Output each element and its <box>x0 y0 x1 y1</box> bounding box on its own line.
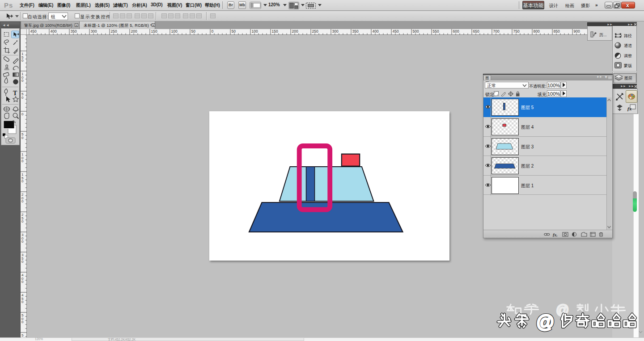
svg-text:0: 0 <box>21 179 24 183</box>
svg-text:@: @ <box>536 312 555 332</box>
svg-text:0: 0 <box>21 112 24 116</box>
svg-text:200: 200 <box>292 29 298 34</box>
svg-text:800: 800 <box>534 29 540 34</box>
svg-text:150: 150 <box>151 29 157 34</box>
svg-text:0: 0 <box>21 280 24 284</box>
svg-text:500: 500 <box>413 29 419 34</box>
svg-text:300: 300 <box>332 29 339 34</box>
svg-text:0: 0 <box>21 159 24 163</box>
svg-text:100: 100 <box>252 29 258 34</box>
svg-text:650: 650 <box>473 29 479 34</box>
svg-text:150: 150 <box>272 29 278 34</box>
svg-text:850: 850 <box>554 29 560 34</box>
svg-text:750: 750 <box>513 29 520 34</box>
svg-text:450: 450 <box>30 29 37 34</box>
svg-text:700: 700 <box>493 29 500 34</box>
svg-text:0: 0 <box>21 59 24 63</box>
svg-text:fx: fx <box>627 106 632 111</box>
svg-text:0: 0 <box>21 260 24 264</box>
svg-text:50: 50 <box>232 29 236 34</box>
svg-text:0: 0 <box>21 219 24 223</box>
svg-text:450: 450 <box>393 29 399 34</box>
svg-text:250: 250 <box>312 29 318 34</box>
svg-text:350: 350 <box>71 29 77 34</box>
svg-text:250: 250 <box>111 29 117 34</box>
svg-text:600: 600 <box>453 29 459 34</box>
svg-text:0: 0 <box>21 300 24 304</box>
svg-text:0: 0 <box>212 29 214 34</box>
svg-text:300: 300 <box>91 29 97 34</box>
svg-text:400: 400 <box>373 29 379 34</box>
svg-text:50: 50 <box>191 29 196 34</box>
svg-text:0: 0 <box>21 96 24 100</box>
svg-text:550: 550 <box>433 29 439 34</box>
svg-text:350: 350 <box>352 29 359 34</box>
svg-text:0: 0 <box>21 320 24 324</box>
svg-text:T: T <box>13 90 17 97</box>
svg-text:400: 400 <box>51 29 57 34</box>
svg-text:0: 0 <box>21 199 24 203</box>
svg-text:0: 0 <box>21 136 24 140</box>
svg-text:fx.: fx. <box>553 232 558 237</box>
svg-text:200: 200 <box>131 29 137 34</box>
svg-text:0: 0 <box>21 79 24 83</box>
svg-text:100: 100 <box>171 29 178 34</box>
svg-text:0: 0 <box>21 240 24 244</box>
svg-text:900: 900 <box>574 29 580 34</box>
